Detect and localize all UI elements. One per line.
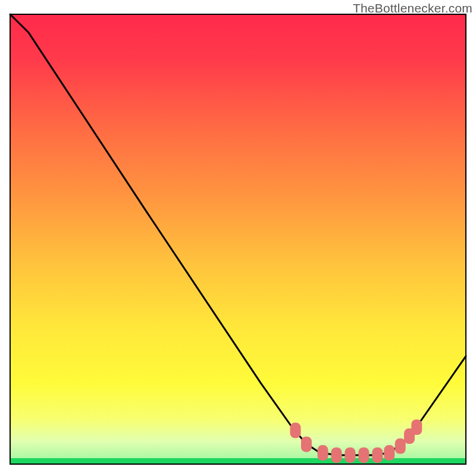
gradient-background xyxy=(10,14,466,464)
marker-pill xyxy=(384,445,394,461)
green-band xyxy=(10,458,466,464)
plot-area xyxy=(10,14,466,464)
marker-pill xyxy=(301,437,312,452)
marker-pill xyxy=(345,447,355,463)
marker-pill xyxy=(411,419,422,435)
bottleneck-chart: TheBottlenecker.com xyxy=(0,0,476,476)
chart-svg xyxy=(0,0,476,476)
marker-pill xyxy=(358,447,369,463)
marker-pill xyxy=(331,447,342,463)
marker-pill xyxy=(372,447,383,463)
marker-pill xyxy=(290,422,301,438)
marker-pill xyxy=(395,439,406,454)
marker-pill xyxy=(318,445,328,461)
